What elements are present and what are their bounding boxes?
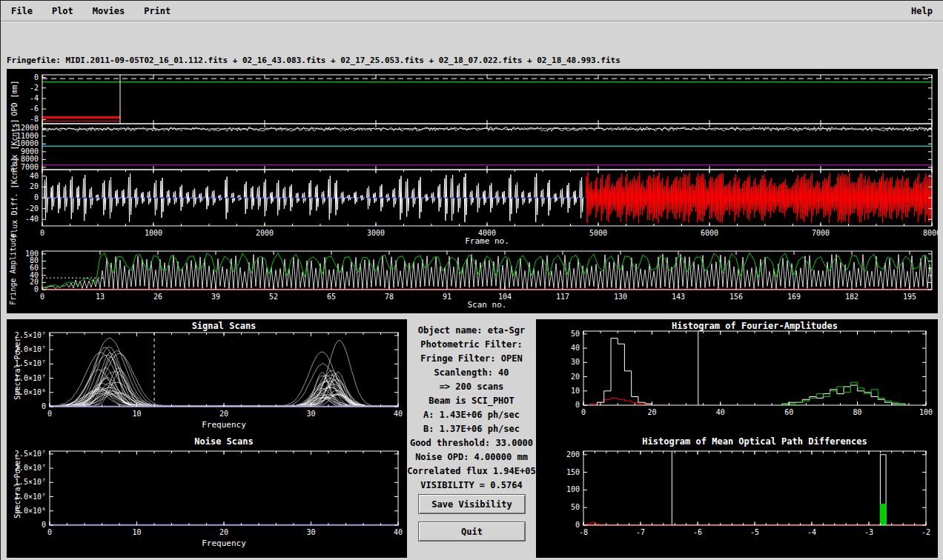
noise-frequency-xlabel: Frequency xyxy=(50,539,398,548)
info-photometric-filter: Photometric Filter: xyxy=(407,338,536,352)
save-visibility-button[interactable]: Save Visibility xyxy=(418,494,526,514)
timeseries-panel: 0-2-4-6-81200011000100009000800070000100… xyxy=(7,69,938,313)
svg-text:-4: -4 xyxy=(807,528,816,536)
svg-text:-8: -8 xyxy=(579,528,588,536)
signal-scans-title: Signal Scans xyxy=(50,321,398,331)
svg-text:150: 150 xyxy=(566,468,580,476)
info-good-threshold: Good threshold: 33.0000 xyxy=(407,436,536,450)
svg-text:40: 40 xyxy=(716,408,725,416)
menu-help[interactable]: Help xyxy=(911,6,933,16)
svg-text:30: 30 xyxy=(306,410,315,418)
signal-spectral-power-ylabel: Spectral Power xyxy=(13,317,21,421)
frame-no-xlabel: Frame no. xyxy=(42,236,932,246)
svg-text:-20: -20 xyxy=(25,204,39,213)
svg-text:0: 0 xyxy=(575,401,580,409)
svg-text:0: 0 xyxy=(42,402,46,410)
fringefile-line: Fringefile: MIDI.2011-09-05T02_16_01.112… xyxy=(7,54,621,67)
menu-movies[interactable]: Movies xyxy=(93,6,125,16)
menu-print[interactable]: Print xyxy=(144,6,171,16)
svg-text:0: 0 xyxy=(47,528,52,536)
svg-text:-7: -7 xyxy=(636,528,645,536)
info-num-scans: => 200 scans xyxy=(407,380,536,394)
svg-text:-2: -2 xyxy=(30,84,39,92)
svg-text:-2: -2 xyxy=(922,528,930,536)
svg-text:-4: -4 xyxy=(30,94,39,102)
signal-frequency-xlabel: Frequency xyxy=(50,420,398,430)
svg-text:-40: -40 xyxy=(25,215,39,223)
info-fringe-filter: Fringe Filter: OPEN xyxy=(407,352,536,366)
svg-text:60: 60 xyxy=(784,408,793,416)
info-correlated-flux: Correlated flux 1.94E+05 xyxy=(407,464,536,479)
info-visibility: VISIBILITY = 0.5764 xyxy=(407,479,536,493)
svg-text:-6: -6 xyxy=(30,104,39,113)
fourier-histogram-title: Histogram of Fourier-Amplitudes xyxy=(583,321,926,331)
svg-text:12000: 12000 xyxy=(16,124,39,132)
svg-text:-6: -6 xyxy=(693,528,702,536)
info-scanlength: Scanlength: 40 xyxy=(407,366,536,380)
menu-file[interactable]: File xyxy=(11,6,33,16)
svg-text:20: 20 xyxy=(219,528,228,536)
menu-bar: File Plot Movies Print Help xyxy=(1,1,943,21)
info-beam-mode: Beam is SCI_PHOT xyxy=(407,394,536,408)
svg-text:20: 20 xyxy=(219,410,228,418)
svg-text:50: 50 xyxy=(571,503,580,511)
svg-text:30: 30 xyxy=(306,528,315,536)
svg-text:40: 40 xyxy=(394,528,403,536)
svg-text:-5: -5 xyxy=(750,528,759,536)
svg-text:10: 10 xyxy=(132,410,141,418)
svg-text:7000: 7000 xyxy=(21,163,39,171)
svg-text:0: 0 xyxy=(47,410,52,418)
svg-text:20: 20 xyxy=(647,408,656,416)
svg-text:100: 100 xyxy=(566,485,580,493)
svg-text:20: 20 xyxy=(30,182,39,190)
svg-text:0: 0 xyxy=(581,408,586,416)
svg-text:10: 10 xyxy=(571,387,580,395)
info-column: Object name: eta-Sgr Photometric Filter:… xyxy=(407,319,536,493)
svg-text:0: 0 xyxy=(34,73,39,81)
app-window: File Plot Movies Print Help Fringefile: … xyxy=(0,0,943,560)
svg-text:40: 40 xyxy=(30,172,39,180)
svg-text:80: 80 xyxy=(853,408,862,416)
quit-button[interactable]: Quit xyxy=(418,521,526,541)
svg-text:20: 20 xyxy=(571,373,580,381)
scan-no-xlabel: Scan no. xyxy=(42,300,932,310)
info-noise-opd: Noise OPD: 4.00000 mm xyxy=(407,450,536,464)
svg-text:8000: 8000 xyxy=(21,155,39,163)
svg-text:100: 100 xyxy=(919,408,933,416)
noise-scans-title: Noise Scans xyxy=(50,436,398,447)
svg-text:9000: 9000 xyxy=(21,147,39,156)
svg-text:0: 0 xyxy=(34,285,39,293)
fringe-amplitude-ylabel: Fringe Amplitude xyxy=(9,218,17,321)
svg-text:10000: 10000 xyxy=(16,139,39,147)
svg-text:50: 50 xyxy=(571,330,580,338)
svg-text:11000: 11000 xyxy=(16,132,39,140)
svg-text:0: 0 xyxy=(34,193,39,201)
info-flux-b: B: 1.37E+06 ph/sec xyxy=(407,422,536,436)
svg-text:30: 30 xyxy=(571,358,580,366)
menu-plot[interactable]: Plot xyxy=(52,6,73,16)
noise-spectral-power-ylabel: Spectral Power xyxy=(13,436,21,539)
info-object-name: Object name: eta-Sgr xyxy=(407,324,536,338)
svg-text:-8: -8 xyxy=(30,115,39,123)
svg-text:200: 200 xyxy=(566,450,580,459)
svg-text:40: 40 xyxy=(394,410,403,418)
timeseries-plots-canvas: 0-2-4-6-81200011000100009000800070000100… xyxy=(7,69,938,313)
svg-text:0: 0 xyxy=(575,521,580,529)
svg-text:10: 10 xyxy=(132,528,141,536)
svg-text:-3: -3 xyxy=(864,528,873,536)
opd-histogram-title: Histogram of Mean Optical Path Differenc… xyxy=(583,436,926,447)
svg-text:0: 0 xyxy=(42,521,46,529)
info-flux-a: A: 1.43E+06 ph/sec xyxy=(407,408,536,422)
svg-text:40: 40 xyxy=(571,344,580,352)
